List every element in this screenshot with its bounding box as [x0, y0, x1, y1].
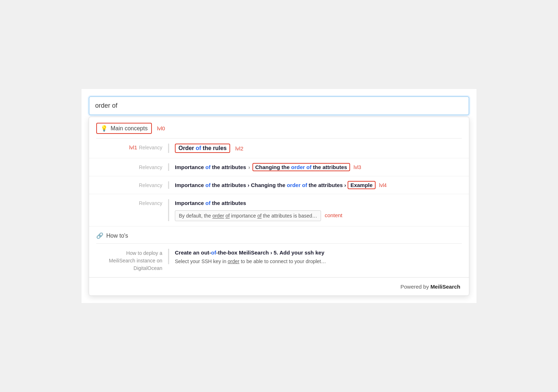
result-row-howto[interactable]: How to deploy a MeiliSearch instance on … [89, 244, 469, 277]
result-left-4: Relevancy [96, 199, 168, 206]
section-howtos: 🔗 How to's [89, 227, 469, 243]
result-row-4[interactable]: Relevancy Importance of the attributes B… [89, 194, 469, 227]
breadcrumb-sep-2: › [248, 164, 252, 170]
howto-cat-line3: DigitalOcean [134, 265, 162, 271]
result-right-3: Importance of the attributes › Changing … [168, 181, 462, 189]
result-title-1: Order of the rules [178, 145, 227, 151]
result-left-3: Relevancy [96, 181, 168, 188]
howto-cat-line2: MeiliSearch instance on [109, 258, 162, 263]
lvl1-badge: lvl1 [129, 144, 138, 150]
sub-title-box-2: Changing the order of the attributes [252, 163, 350, 171]
title-highlight-of: of [196, 145, 201, 151]
row1-content: Order of the rules lvl2 [175, 144, 462, 153]
result-right-4: Importance of the attributes By default,… [168, 199, 462, 221]
powered-by-label: Powered by [400, 284, 429, 290]
result-title-4: Importance of the attributes [175, 199, 462, 207]
result-right-2: Importance of the attributes › Changing … [168, 163, 462, 171]
search-dropdown: 💡 Main concepts lvl0 lvl1 Relevancy Orde… [89, 117, 469, 296]
result-row-3[interactable]: Relevancy Importance of the attributes ›… [89, 176, 469, 194]
result-left-2: Relevancy [96, 163, 168, 171]
result-left-howto: How to deploy a MeiliSearch instance on … [96, 249, 168, 272]
search-wrapper [82, 89, 476, 115]
howto-title: Create an out-of-the-box MeiliSearch › 5… [175, 249, 462, 256]
category-4: Relevancy [139, 200, 162, 206]
lvl3-tag: lvl3 [354, 164, 361, 170]
level-badge-0: lvl0 [157, 125, 165, 131]
result-title-3: Importance of the attributes › Changing … [175, 181, 377, 189]
section-title: Main concepts [111, 125, 148, 132]
content-snippet: By default, the order of importance of t… [175, 210, 321, 221]
example-box: Example [348, 181, 376, 189]
howto-cat-line1: How to deploy a [126, 250, 162, 256]
main-container: 💡 Main concepts lvl0 lvl1 Relevancy Orde… [82, 89, 476, 303]
result-row-2[interactable]: Relevancy Importance of the attributes ›… [89, 158, 469, 176]
lvl4-tag: lvl4 [379, 182, 387, 188]
footer: Powered by MeiliSearch [89, 277, 469, 295]
category-howto: How to deploy a MeiliSearch instance on … [96, 249, 162, 272]
category-2: Relevancy [139, 164, 162, 170]
title-box-1: Order of the rules [175, 144, 230, 153]
section-main-concepts: 💡 Main concepts lvl0 [89, 117, 469, 138]
snippet-row: By default, the order of importance of t… [175, 209, 462, 221]
title-word-rules: the rules [201, 145, 227, 151]
content-label: content [325, 212, 342, 218]
category-1: Relevancy [139, 145, 162, 150]
section-main-concepts-box: 💡 Main concepts [96, 123, 152, 134]
title-word-order: Order [178, 145, 196, 151]
category-3: Relevancy [139, 182, 162, 188]
result-right-howto: Create an out-of-the-box MeiliSearch › 5… [168, 249, 462, 264]
link-icon: 🔗 [96, 232, 103, 239]
result-title-2: Importance of the attributes › Changing … [175, 164, 352, 170]
t2-importance: Importance of the attributes [175, 164, 246, 170]
brand-name: MeiliSearch [431, 284, 460, 290]
lightbulb-icon: 💡 [101, 125, 108, 132]
search-input[interactable] [89, 96, 469, 115]
result-left-1: lvl1 Relevancy [96, 144, 168, 151]
lvl2-badge: lvl2 [235, 145, 243, 151]
howtos-title: How to's [106, 233, 128, 239]
result-row-1[interactable]: lvl1 Relevancy Order of the rules lvl2 [89, 139, 469, 158]
howto-snippet: Select your SSH key in order to be able … [175, 258, 462, 264]
t3-path: Importance of the attributes › Changing … [175, 182, 346, 188]
result-right-1: Order of the rules lvl2 [168, 144, 462, 153]
